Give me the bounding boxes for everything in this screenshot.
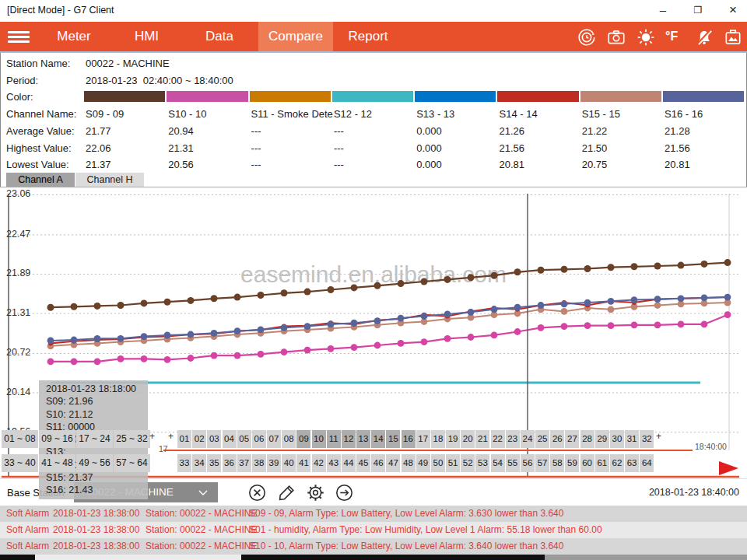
channel-button[interactable]: 55 [506,454,520,472]
channel-button[interactable]: 16 [402,430,416,448]
range-button[interactable]: 25 ~ 32 [114,430,150,448]
range-button[interactable]: 33 ~ 40 [2,454,38,472]
channel-button[interactable]: 04 [223,430,237,448]
channel-button[interactable]: 47 [386,454,400,472]
scrollbar-thumb[interactable] [35,555,241,560]
channel-button[interactable]: 27 [565,430,579,448]
highest-value-cell: 21.56 [665,142,747,154]
fahrenheit-icon[interactable]: °F [665,30,686,50]
channel-button[interactable]: 34 [192,454,206,472]
channel-button[interactable]: 31 [625,430,639,448]
channel-button[interactable]: 20 [461,430,475,448]
channel-button[interactable]: 64 [640,454,654,472]
channel-button[interactable]: 22 [491,430,505,448]
channel-button[interactable]: 12 [342,430,356,448]
range-button[interactable]: 49 ~ 56 [76,454,113,472]
channel-button[interactable]: 19 [446,430,460,448]
channel-button[interactable]: 54 [491,454,505,472]
screenshot-icon[interactable] [723,27,743,47]
range-button[interactable]: 41 ~ 48 [39,454,75,472]
mute-bell-icon[interactable] [694,27,714,47]
channel-button[interactable]: 45 [356,454,370,472]
alarm-row[interactable]: Soft Alarm2018-01-23 18:38:00Station: 00… [0,538,747,555]
channel-button[interactable]: 21 [475,430,489,448]
channel-button[interactable]: 36 [223,454,237,472]
channel-button[interactable]: 58 [550,454,564,472]
range-button[interactable]: 01 ~ 08 [2,430,38,448]
channel-button[interactable]: 49 [416,454,430,472]
tab-channel-a[interactable]: Channel A [6,173,75,187]
channel-button[interactable]: 17 [416,430,430,448]
channel-button[interactable]: 05 [237,430,251,448]
channel-button[interactable]: 60 [580,454,594,472]
channel-button[interactable]: 02 [192,430,206,448]
channel-button[interactable]: 41 [296,454,310,472]
channel-button[interactable]: 59 [565,454,579,472]
channel-button[interactable]: 23 [506,430,520,448]
channel-button[interactable]: 51 [446,454,460,472]
settings-icon[interactable] [306,483,325,502]
channel-button[interactable]: 33 [177,454,191,472]
channel-button[interactable]: 25 [535,430,549,448]
tab-hmi[interactable]: HMI [113,22,181,51]
edit-icon[interactable] [277,483,296,502]
channel-button[interactable]: 44 [342,454,356,472]
channel-button[interactable]: 28 [580,430,594,448]
channel-button[interactable]: 09 [296,430,310,448]
channel-button[interactable]: 18 [431,430,445,448]
channel-button[interactable]: 62 [610,454,624,472]
alarm-message: S01 - humidity, Alarm Type: Low Humidity… [249,524,602,535]
channel-button[interactable]: 01 [177,430,191,448]
channel-button[interactable]: 56 [521,454,535,472]
channel-button[interactable]: 57 [535,454,549,472]
channel-button[interactable]: 03 [207,430,221,448]
channel-button[interactable]: 53 [475,454,489,472]
range-button[interactable]: 57 ~ 64 [114,454,150,472]
tab-data[interactable]: Data [181,22,258,51]
tab-compare[interactable]: Compare [258,22,333,51]
channel-button[interactable]: 29 [595,430,609,448]
next-page-arrow-icon[interactable] [719,461,738,475]
channel-button[interactable]: 10 [312,430,326,448]
alarm-row[interactable]: Soft Alarm2018-01-23 18:38:00Station: 00… [0,522,747,538]
close-button[interactable]: × [717,0,747,22]
cancel-icon[interactable] [247,483,267,502]
channel-button[interactable]: 30 [610,430,624,448]
channel-button[interactable]: 24 [521,430,535,448]
export-icon[interactable] [335,483,354,502]
hamburger-menu-icon[interactable] [8,29,30,44]
camera-icon[interactable] [606,27,626,47]
tab-channel-h[interactable]: Channel H [75,173,144,187]
channel-button[interactable]: 43 [327,454,341,472]
alarm-row[interactable]: Soft Alarm2018-01-23 18:38:00Station: 00… [0,506,747,522]
channel-button[interactable]: 39 [267,454,281,472]
channel-button[interactable]: 26 [550,430,564,448]
channel-button[interactable]: 42 [312,454,326,472]
channel-button[interactable]: 37 [237,454,251,472]
minimize-button[interactable]: – [647,0,679,22]
channel-button[interactable]: 50 [431,454,445,472]
channel-button[interactable]: 61 [595,454,609,472]
channel-button[interactable]: 08 [282,430,296,448]
range-button[interactable]: 09 ~ 16 [39,430,75,448]
maximize-button[interactable]: ❐ [682,0,714,22]
channel-button[interactable]: 14 [371,430,385,448]
sync-icon[interactable] [577,27,597,47]
channel-button[interactable]: 52 [461,454,475,472]
brightness-icon[interactable] [636,27,656,47]
channel-button[interactable]: 32 [640,430,654,448]
tab-meter[interactable]: Meter [35,22,113,51]
channel-button[interactable]: 13 [356,430,370,448]
channel-button[interactable]: 07 [267,430,281,448]
channel-button[interactable]: 63 [625,454,639,472]
channel-button[interactable]: 15 [386,430,400,448]
channel-button[interactable]: 11 [327,430,341,448]
range-button[interactable]: 17 ~ 24 [76,430,113,448]
channel-button[interactable]: 35 [207,454,221,472]
channel-button[interactable]: 46 [371,454,385,472]
channel-button[interactable]: 06 [252,430,266,448]
channel-button[interactable]: 48 [402,454,416,472]
channel-button[interactable]: 38 [252,454,266,472]
tab-report[interactable]: Report [333,22,403,51]
channel-button[interactable]: 40 [282,454,296,472]
